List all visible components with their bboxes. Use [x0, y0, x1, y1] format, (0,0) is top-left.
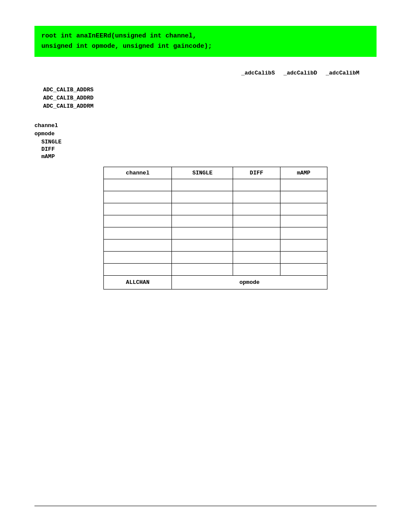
opmode-span-cell: opmode	[172, 276, 327, 289]
calib-labels-row: _adcCalibS _adcCalibD _adcCalibM	[34, 70, 377, 76]
footer-divider	[34, 506, 377, 506]
function-signature: root int anaInEERd(unsigned int channel,…	[34, 26, 377, 57]
calib-label-d: _adcCalibD	[283, 70, 317, 76]
calib-label-m: _adcCalibM	[326, 70, 359, 76]
channel-table: channel SINGLE DIFF mAMP	[103, 167, 327, 289]
table-row	[104, 227, 327, 240]
table-row	[104, 252, 327, 264]
addr-constants-list: ADC_CALIB_ADDRS ADC_CALIB_ADDRD ADC_CALI…	[34, 87, 377, 109]
function-signature-line1: root int anaInEERd(unsigned int channel,	[41, 31, 370, 41]
table-header-row: channel SINGLE DIFF mAMP	[104, 167, 327, 179]
function-signature-line2: unsigned int opmode, unsigned int gainco…	[41, 41, 370, 52]
addr-constant-m: ADC_CALIB_ADDRM	[43, 103, 377, 109]
channel-param-label: channel	[34, 122, 377, 129]
table-row	[104, 179, 327, 191]
table-row	[104, 215, 327, 227]
opmode-mamp-label: mAMP	[34, 153, 377, 160]
col-header-channel: channel	[104, 167, 172, 179]
table-row	[104, 203, 327, 215]
table-allchan-row: ALLCHAN opmode	[104, 276, 327, 289]
col-header-mamp: mAMP	[280, 167, 327, 179]
allchan-cell: ALLCHAN	[104, 276, 172, 289]
opmode-diff-label: DIFF	[34, 146, 377, 152]
table-row	[104, 264, 327, 276]
col-header-diff: DIFF	[233, 167, 280, 179]
opmode-single-label: SINGLE	[34, 139, 377, 145]
addr-constant-d: ADC_CALIB_ADDRD	[43, 95, 377, 101]
opmode-param-label: opmode	[34, 131, 377, 137]
col-header-single: SINGLE	[172, 167, 233, 179]
params-section: channel opmode SINGLE DIFF mAMP	[34, 122, 377, 160]
table-row	[104, 191, 327, 203]
calib-label-s: _adcCalibS	[241, 70, 275, 76]
addr-constant-s: ADC_CALIB_ADDRS	[43, 87, 377, 93]
table-row	[104, 240, 327, 252]
